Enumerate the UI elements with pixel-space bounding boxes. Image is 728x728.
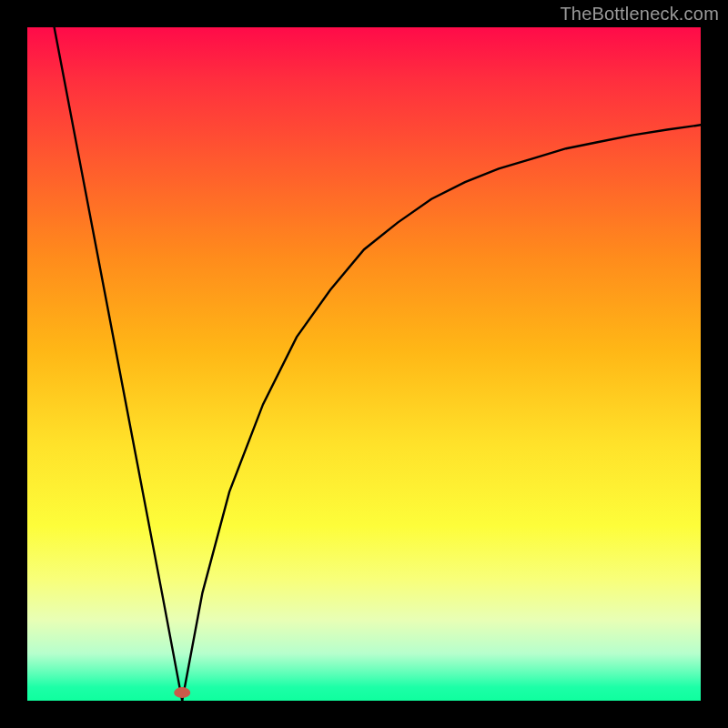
chart-frame: TheBottleneck.com: [0, 0, 728, 728]
bottleneck-curve-right: [182, 125, 701, 701]
bottleneck-curve-left: [55, 27, 183, 701]
minimum-marker: [174, 687, 190, 698]
plot-area: [27, 27, 701, 701]
watermark-text: TheBottleneck.com: [560, 4, 719, 25]
curve-layer: [27, 27, 701, 701]
